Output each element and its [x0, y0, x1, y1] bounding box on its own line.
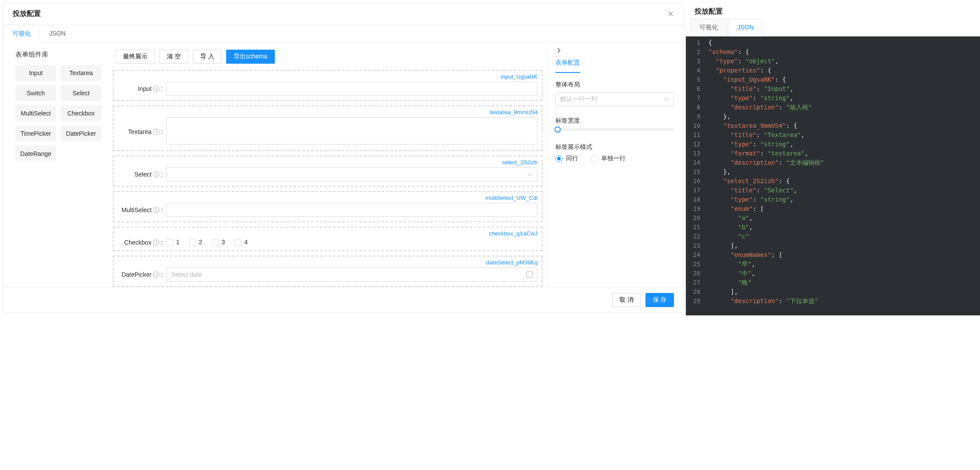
- chevron-down-icon: [528, 171, 533, 176]
- info-icon: i: [153, 86, 159, 92]
- save-button[interactable]: 保 存: [645, 293, 674, 307]
- field-id: select_2S2izh: [118, 159, 537, 166]
- info-icon: i: [153, 207, 159, 213]
- tab-visual[interactable]: 可视化: [3, 25, 40, 43]
- select-field[interactable]: [166, 167, 537, 181]
- config-modal: 投放配置 ✕ 可视化 JSON 表单组件库 InputTextareaSwitc…: [3, 3, 684, 313]
- code-editor[interactable]: 1234567891011121314151617181920212223242…: [686, 36, 980, 315]
- calendar-icon: [526, 271, 533, 278]
- chevron-down-icon: [664, 96, 669, 101]
- checkbox-option[interactable]: 2: [189, 239, 202, 246]
- checkbox-option[interactable]: 1: [166, 239, 180, 246]
- layout-select-value: 默认一行一列: [560, 95, 597, 103]
- field-card[interactable]: dateSelect_pM39KqDatePickeri :Select dat…: [113, 256, 543, 287]
- info-icon: i: [153, 271, 159, 278]
- field-label: Textareai :: [118, 128, 166, 135]
- checkbox-option[interactable]: 4: [234, 239, 248, 246]
- info-icon: i: [153, 239, 159, 246]
- lib-item-switch[interactable]: Switch: [15, 85, 56, 101]
- clear-button[interactable]: 清 空: [159, 50, 188, 64]
- field-card[interactable]: input_UgsaNKInputi :: [113, 70, 543, 101]
- modal-title: 投放配置: [13, 9, 41, 18]
- label-width-label: 标签宽度: [555, 117, 674, 125]
- export-schema-button[interactable]: 导出schema: [226, 50, 275, 64]
- field-card[interactable]: multiSelect_UW_CdlMultiSelecti :: [113, 191, 543, 222]
- library-title: 表单组件库: [15, 51, 101, 59]
- close-icon[interactable]: ✕: [667, 10, 674, 18]
- field-label: Inputi :: [118, 85, 166, 92]
- right-tabs: 可视化 JSON: [686, 19, 980, 36]
- lib-item-timepicker[interactable]: TimePicker: [15, 126, 56, 141]
- lib-item-textarea[interactable]: Textarea: [61, 65, 101, 81]
- field-id: input_UgsaNK: [118, 73, 537, 80]
- right-title: 投放配置: [686, 4, 980, 19]
- right-panel: 投放配置 可视化 JSON 12345678910111213141516171…: [686, 0, 980, 315]
- field-id: checkbox_qXaCwJ: [118, 230, 537, 237]
- field-label: DatePickeri :: [118, 271, 166, 278]
- cancel-button[interactable]: 取 消: [612, 293, 641, 307]
- right-tab-visual[interactable]: 可视化: [690, 19, 727, 36]
- field-card[interactable]: textarea_9mmUS4Textareai :: [113, 105, 543, 151]
- import-button[interactable]: 导 入: [193, 50, 222, 64]
- field-id: dateSelect_pM39Kq: [118, 259, 537, 266]
- form-canvas: 最终展示 清 空 导 入 导出schema input_UgsaNKInputi…: [108, 43, 548, 287]
- widget-library: 表单组件库 InputTextareaSwitchSelectMultiSele…: [3, 43, 108, 287]
- field-id: textarea_9mmUS4: [118, 109, 537, 116]
- field-label: Checkboxi :: [118, 239, 166, 246]
- left-tabs: 可视化 JSON: [3, 25, 684, 43]
- field-label: MultiSelecti :: [118, 206, 166, 213]
- side-tab-form-config[interactable]: 表单配置: [555, 57, 580, 73]
- layout-select[interactable]: 默认一行一列: [555, 92, 674, 106]
- lib-item-input[interactable]: Input: [15, 65, 56, 81]
- info-icon: i: [153, 171, 159, 177]
- radio-block[interactable]: 单独一行: [591, 155, 626, 163]
- chevron-right-icon[interactable]: [556, 48, 561, 53]
- lib-item-daterange[interactable]: DateRange: [15, 146, 56, 162]
- lib-item-checkbox[interactable]: Checkbox: [61, 105, 101, 121]
- field-card[interactable]: checkbox_qXaCwJCheckboxi :1234: [113, 227, 543, 251]
- field-card[interactable]: select_2S2izhSelecti :: [113, 155, 543, 187]
- radio-inline[interactable]: 同行: [555, 155, 578, 163]
- lib-item-multiselect[interactable]: MultiSelect: [15, 105, 56, 121]
- layout-label: 整体布局: [555, 81, 674, 89]
- datepicker-field[interactable]: Select date: [166, 268, 537, 282]
- slider-handle[interactable]: [555, 127, 561, 133]
- label-width-slider[interactable]: [555, 128, 674, 131]
- label-mode-label: 标签展示模式: [555, 143, 674, 151]
- lib-item-select[interactable]: Select: [61, 85, 101, 101]
- textarea-field[interactable]: [166, 117, 537, 145]
- field-label: Selecti :: [118, 171, 166, 178]
- checkbox-option[interactable]: 3: [212, 239, 225, 246]
- multiselect-field[interactable]: [166, 203, 537, 217]
- form-config-panel: 表单配置 整体布局 默认一行一列 标签宽度 标签展示模式 同行 单独一行: [548, 43, 684, 287]
- input-field[interactable]: [166, 82, 537, 96]
- right-tab-json[interactable]: JSON: [728, 19, 763, 36]
- info-icon: i: [153, 129, 159, 135]
- field-id: multiSelect_UW_Cdl: [118, 195, 537, 201]
- tab-json[interactable]: JSON: [40, 25, 75, 43]
- checkbox-group: 1234: [166, 239, 537, 246]
- lib-item-datepicker[interactable]: DatePicker: [61, 126, 101, 141]
- preview-button[interactable]: 最终展示: [115, 50, 155, 64]
